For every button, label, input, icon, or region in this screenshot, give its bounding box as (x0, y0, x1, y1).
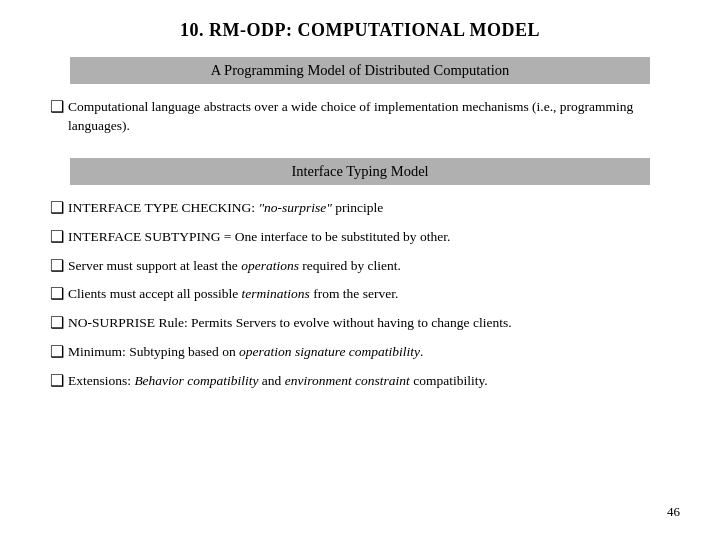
list-item: ❑ Extensions: Behavior compatibility and… (40, 372, 680, 391)
bullet-text: Minimum: Subtyping based on operation si… (68, 343, 423, 362)
bullet-icon: ❑ (50, 371, 64, 390)
bullet-icon: ❑ (50, 256, 64, 275)
bullet-text: INTERFACE SUBTYPING = One interface to b… (68, 228, 450, 247)
list-item: ❑ NO-SURPRISE Rule: Permits Servers to e… (40, 314, 680, 333)
bullet-text: Extensions: Behavior compatibility and e… (68, 372, 488, 391)
section1-header: A Programming Model of Distributed Compu… (70, 57, 650, 84)
section2-header: Interface Typing Model (70, 158, 650, 185)
bullet-icon: ❑ (50, 227, 64, 246)
bullet-text: Computational language abstracts over a … (68, 98, 680, 136)
main-title: 10. RM-ODP: COMPUTATIONAL MODEL (40, 20, 680, 41)
bullet-text: Server must support at least the operati… (68, 257, 401, 276)
list-item: ❑ Minimum: Subtyping based on operation … (40, 343, 680, 362)
bullet-icon: ❑ (50, 97, 64, 116)
bullet-text: NO-SURPRISE Rule: Permits Servers to evo… (68, 314, 512, 333)
list-item: ❑ INTERFACE TYPE CHECKING: "no-surprise"… (40, 199, 680, 218)
bullet-icon: ❑ (50, 198, 64, 217)
bullet-icon: ❑ (50, 284, 64, 303)
list-item: ❑ Computational language abstracts over … (40, 98, 680, 136)
page-number: 46 (667, 504, 680, 520)
bullet-text: INTERFACE TYPE CHECKING: "no-surprise" p… (68, 199, 383, 218)
list-item: ❑ INTERFACE SUBTYPING = One interface to… (40, 228, 680, 247)
slide-page: 10. RM-ODP: COMPUTATIONAL MODEL A Progra… (0, 0, 720, 540)
bullet-icon: ❑ (50, 313, 64, 332)
list-item: ❑ Clients must accept all possible termi… (40, 285, 680, 304)
bullet-text: Clients must accept all possible termina… (68, 285, 398, 304)
bullet-icon: ❑ (50, 342, 64, 361)
list-item: ❑ Server must support at least the opera… (40, 257, 680, 276)
